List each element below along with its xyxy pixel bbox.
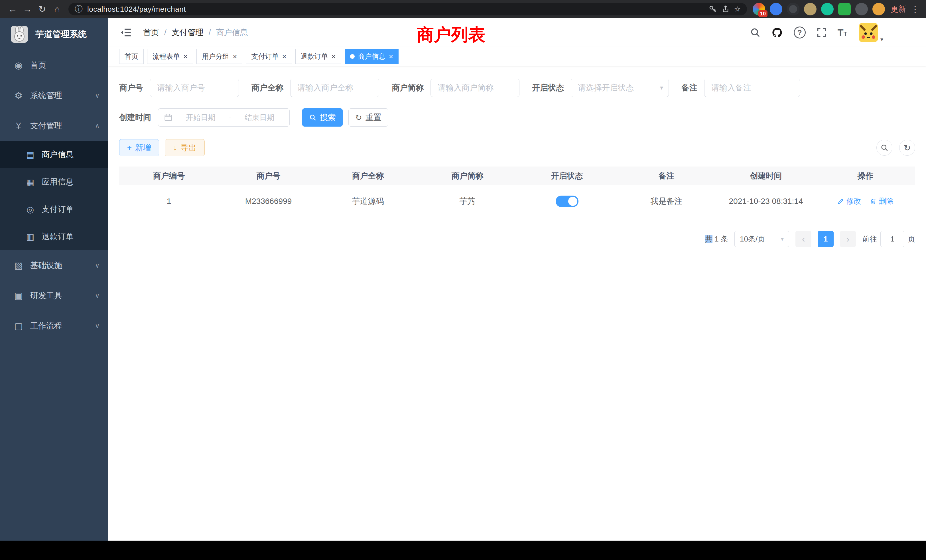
address-bar[interactable]: ⓘ localhost:1024/pay/merchant ☆: [68, 3, 747, 15]
extension-green-square-icon[interactable]: [838, 3, 851, 15]
sidebar-item-label: 系统管理: [30, 90, 62, 101]
browser-menu-icon[interactable]: ⋮: [911, 4, 920, 15]
cell-created-at: 2021-10-23 08:31:14: [716, 185, 816, 217]
cell-merchant-index: 1: [119, 185, 219, 217]
show-search-button[interactable]: [876, 140, 892, 156]
sidebar-item-refund-orders[interactable]: ▥ 退款订单: [0, 223, 108, 250]
merchant-fullname-input[interactable]: [290, 79, 379, 97]
target-icon: ◎: [24, 204, 36, 215]
sidebar-item-pay-orders[interactable]: ◎ 支付订单: [0, 195, 108, 223]
browser-home-button[interactable]: ⌂: [50, 2, 64, 17]
merchant-shortname-input[interactable]: [431, 79, 519, 97]
refresh-icon: ↻: [903, 143, 911, 153]
chevron-down-icon: ∨: [95, 322, 100, 330]
search-form: 商户号 商户全称 商户简称 开启状态 ▾: [108, 66, 926, 127]
sidebar-item-workflow[interactable]: ▢ 工作流程 ∨: [0, 311, 108, 341]
document-icon: ▥: [24, 232, 36, 242]
trash-icon: [870, 198, 877, 205]
site-info-icon[interactable]: ⓘ: [75, 4, 83, 15]
extension-pinwheel-icon[interactable]: 10: [753, 3, 765, 15]
sidebar-logo[interactable]: 芋道管理系统: [0, 18, 108, 50]
merchant-no-input[interactable]: [150, 79, 239, 97]
extension-avatar-icon[interactable]: [804, 3, 817, 15]
sidebar-item-home[interactable]: ◉ 首页: [0, 50, 108, 80]
prev-page-button[interactable]: ‹: [796, 231, 811, 247]
dashboard-icon: ◉: [12, 60, 25, 71]
date-range-picker[interactable]: 开始日期 - 结束日期: [158, 108, 290, 127]
pencil-icon: [837, 198, 844, 205]
briefcase-icon: ▢: [12, 321, 25, 331]
sidebar-item-label: 研发工具: [30, 290, 62, 301]
export-button[interactable]: ↓ 导出: [165, 139, 205, 156]
goto-prefix: 前往: [862, 234, 877, 244]
browser-back-button[interactable]: ←: [5, 2, 20, 17]
browser-toolbar: ← → ↻ ⌂ ⓘ localhost:1024/pay/merchant ☆ …: [0, 0, 926, 18]
app-title: 芋道管理系统: [35, 29, 87, 40]
chevron-down-icon: ∨: [95, 92, 100, 100]
search-button[interactable]: 搜索: [302, 108, 343, 127]
sidebar-item-dev-tools[interactable]: ▣ 研发工具 ∨: [0, 281, 108, 311]
breadcrumb-home[interactable]: 首页: [143, 27, 159, 38]
chrome-update-button[interactable]: 更新: [891, 4, 906, 14]
github-icon[interactable]: [772, 27, 783, 38]
remark-input[interactable]: [704, 79, 800, 97]
font-size-icon[interactable]: TT: [838, 27, 847, 38]
sidebar-item-system[interactable]: ⚙ 系统管理 ∨: [0, 80, 108, 110]
browser-reload-button[interactable]: ↻: [35, 2, 50, 17]
sidebar-item-payment[interactable]: ¥ 支付管理 ∧: [0, 110, 108, 141]
tab-merchant-info[interactable]: 商户信息 ×: [345, 49, 399, 64]
goto-suffix: 页: [908, 234, 915, 244]
page-size-select[interactable]: 10条/页 ▾: [734, 231, 789, 247]
user-avatar[interactable]: ▾: [858, 22, 883, 43]
share-icon[interactable]: [722, 5, 729, 13]
tab-refund-orders[interactable]: 退款订单 ×: [295, 49, 341, 64]
tab-pay-orders[interactable]: 支付订单 ×: [246, 49, 292, 64]
delete-link[interactable]: 删除: [870, 196, 894, 206]
tab-home[interactable]: 首页: [119, 49, 144, 64]
extension-green-circle-icon[interactable]: [821, 3, 834, 15]
breadcrumb-payment[interactable]: 支付管理: [172, 27, 204, 38]
next-page-button[interactable]: ›: [840, 231, 856, 247]
sidebar-item-label: 支付订单: [42, 204, 74, 215]
sidebar-item-infrastructure[interactable]: ▧ 基础设施 ∨: [0, 250, 108, 281]
create-time-label: 创建时间: [119, 112, 151, 123]
browser-forward-button[interactable]: →: [20, 2, 35, 17]
close-icon[interactable]: ×: [233, 53, 237, 60]
end-date-placeholder: 结束日期: [235, 113, 284, 123]
extension-blue-icon[interactable]: [770, 3, 782, 15]
tab-user-group[interactable]: 用户分组 ×: [197, 49, 242, 64]
fullscreen-icon[interactable]: [817, 27, 827, 38]
screen-bottom-bar: [0, 540, 926, 560]
extension-gray-icon[interactable]: [855, 3, 868, 15]
payment-submenu: ▤ 商户信息 ▦ 应用信息 ◎ 支付订单 ▥ 退款订单: [0, 141, 108, 250]
sidebar-item-label: 基础设施: [30, 260, 62, 271]
close-icon[interactable]: ×: [331, 53, 336, 60]
close-icon[interactable]: ×: [282, 53, 286, 60]
close-icon[interactable]: ×: [183, 53, 188, 60]
help-icon[interactable]: ?: [794, 27, 806, 38]
col-created-at: 创建时间: [716, 166, 816, 185]
refresh-button[interactable]: ↻: [899, 140, 915, 156]
status-select[interactable]: [571, 79, 669, 97]
page-1-button[interactable]: 1: [818, 231, 834, 247]
sidebar-fold-icon[interactable]: [120, 26, 132, 39]
total-count: 共 1 条: [705, 234, 728, 244]
col-full-name: 商户全称: [318, 166, 418, 185]
sidebar-item-app-info[interactable]: ▦ 应用信息: [0, 168, 108, 195]
bookmark-star-icon[interactable]: ☆: [734, 5, 741, 14]
extension-emoji-icon[interactable]: [872, 3, 885, 15]
close-icon[interactable]: ×: [389, 53, 393, 60]
edit-link[interactable]: 修改: [837, 196, 861, 206]
tab-process-form[interactable]: 流程表单 ×: [147, 49, 193, 64]
goto-page-input[interactable]: [881, 231, 904, 247]
status-toggle[interactable]: [556, 195, 578, 207]
annotation-merchant-list: 商户列表: [417, 23, 485, 47]
search-icon[interactable]: [750, 27, 761, 38]
reset-button[interactable]: ↻ 重置: [348, 108, 388, 127]
col-merchant-no: 商户号: [219, 166, 318, 185]
extension-dark-ring-icon[interactable]: [787, 3, 799, 15]
merchant-no-label: 商户号: [119, 82, 143, 93]
add-button[interactable]: + 新增: [119, 139, 159, 156]
sidebar-item-merchant-info[interactable]: ▤ 商户信息: [0, 141, 108, 168]
password-key-icon[interactable]: [708, 5, 717, 14]
